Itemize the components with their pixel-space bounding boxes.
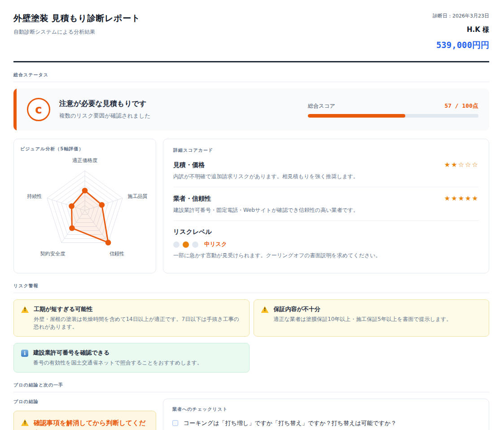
score-label: 総合スコア (308, 102, 335, 110)
svg-text:適正価格度: 適正価格度 (72, 158, 98, 163)
score-item-title: 見積・価格 (173, 161, 205, 169)
star-rating: ★★★★★ (444, 194, 479, 202)
page-subtitle: 自動診断システムによる分析結果 (13, 28, 140, 36)
report-header: 外壁塗装 見積もり診断レポート 自動診断システムによる分析結果 診断日：2026… (13, 13, 489, 51)
svg-text:施工品質: 施工品質 (127, 193, 148, 199)
warning-icon (21, 419, 29, 426)
risk-level-desc: 一部に急かす言動が見受けられます。クーリングオフの書面説明を求めてください。 (173, 252, 479, 259)
score-item-title: 業者・信頼性 (173, 195, 211, 203)
alert-license: i 建設業許可番号を確認できる 番号の有効性を国土交通省ネットで照合することをお… (13, 343, 250, 373)
alert-schedule: 工期が短すぎる可能性 外壁・屋根の塗装は乾燥時間を含めて14日以上が適正です。7… (13, 299, 250, 337)
status-subtitle: 複数のリスク要因が確認されました (59, 112, 150, 120)
report-page: 外壁塗装 見積もり診断レポート 自動診断システムによる分析結果 診断日：2026… (0, 0, 504, 430)
svg-text:契約安全度: 契約安全度 (40, 251, 66, 257)
analysis-grid: ビジュアル分析（5軸評価） 適正価格度施工品質信頼性契約安全度持続性 詳細スコア… (13, 139, 489, 273)
header-left: 外壁塗装 見積もり診断レポート 自動診断システムによる分析結果 (13, 13, 140, 36)
status-text: 注意が必要な見積もりです 複数のリスク要因が確認されました (59, 99, 150, 120)
alert-desc: 番号の有効性を国土交通省ネットで照合することをおすすめします。 (33, 359, 202, 367)
conclusion-title: 確認事項を解消してから判断してください (34, 418, 149, 430)
score-item-contractor: 業者・信頼性 ★★★★★ 建設業許可番号・固定電話・Webサイトが確認でき信頼性… (173, 187, 479, 221)
section-label-alerts: リスク警報 (13, 283, 489, 293)
score-progress-track (308, 114, 478, 118)
info-icon: i (21, 350, 28, 357)
conclusion-grid: プロの結論 確認事項を解消してから判断してください 気になる点はあるものの確認次… (13, 399, 489, 430)
status-accent-bar (13, 88, 17, 131)
status-title: 注意が必要な見積もりです (59, 99, 150, 109)
grade-badge: C (27, 98, 50, 121)
risk-level-title: リスクレベル (173, 228, 479, 236)
page-title: 外壁塗装 見積もり診断レポート (13, 13, 140, 24)
alert-title: 建設業許可番号を確認できる (33, 349, 202, 357)
risk-level-label: 中リスク (204, 241, 227, 248)
alert-title: 工期が短すぎる可能性 (34, 305, 242, 313)
header-divider (13, 61, 489, 62)
alert-warranty: 保証内容が不十分 適正な業者は塗膜保証10年以上・施工保証5年以上を書面で提示し… (254, 299, 490, 337)
checklist-item-text: コーキングは「打ち増し」ですか「打ち替え」ですか？打ち替えは可能ですか？ (184, 419, 396, 427)
risk-dot-mid (183, 241, 189, 248)
warning-icon (21, 306, 29, 313)
alert-desc: 外壁・屋根の塗装は乾燥時間を含めて14日以上が適正です。7日以下は手抜き工事の恐… (34, 316, 242, 331)
radar-chart: 適正価格度施工品質信頼性契約安全度持続性 (20, 153, 149, 262)
score-row: 総合スコア 57 / 100点 (308, 102, 478, 110)
score-progress-fill (308, 114, 405, 118)
risk-dot-low (173, 241, 180, 248)
header-right: 診断日：2026年3月23日 H.K 様 539,000円円 (433, 13, 489, 51)
svg-text:持続性: 持続性 (26, 193, 42, 199)
risk-level-item: リスクレベル 中リスク 一部に急かす言動が見受けられます。クーリングオフの書面説… (173, 221, 479, 266)
alerts-grid: 工期が短すぎる可能性 外壁・屋根の塗装は乾燥時間を含めて14日以上が適正です。7… (13, 299, 489, 373)
diagnosis-date: 診断日：2026年3月23日 (433, 13, 489, 19)
risk-level-dots: 中リスク (173, 241, 479, 248)
score-card: 詳細スコアカード 見積・価格 ★★☆☆☆ 内訳が不明確で追加請求リスクがあります… (163, 139, 489, 273)
status-banner: C 注意が必要な見積もりです 複数のリスク要因が確認されました 総合スコア 57… (13, 88, 489, 131)
checklist-item[interactable]: コーキングは「打ち増し」ですか「打ち替え」ですか？打ち替えは可能ですか？ (172, 412, 480, 430)
svg-text:信頼性: 信頼性 (110, 251, 125, 257)
conclusion-sub-label: プロの結論 (13, 399, 156, 405)
conclusion-card: 確認事項を解消してから判断してください 気になる点はあるものの確認次第で判断でき… (13, 411, 156, 430)
score-value: 57 / 100点 (444, 102, 478, 110)
score-card-label: 詳細スコアカード (173, 147, 479, 154)
risk-dot-high (192, 241, 198, 248)
warning-icon (261, 306, 269, 313)
radar-chart-card: ビジュアル分析（5軸評価） 適正価格度施工品質信頼性契約安全度持続性 (13, 139, 156, 273)
checklist-card: 業者へのチェックリスト コーキングは「打ち増し」ですか「打ち替え」ですか？打ち替… (163, 399, 489, 430)
conclusion-column: プロの結論 確認事項を解消してから判断してください 気になる点はあるものの確認次… (13, 399, 156, 430)
star-rating: ★★☆☆☆ (444, 161, 479, 169)
total-score-block: 総合スコア 57 / 100点 (308, 102, 478, 118)
score-item-desc: 建設業許可番号・固定電話・Webサイトが確認でき信頼性の高い業者です。 (173, 206, 479, 214)
section-label-status: 総合ステータス (13, 72, 489, 82)
score-item-desc: 内訳が不明確で追加請求リスクがあります。相見積もりを強く推奨します。 (173, 173, 479, 180)
radar-card-label: ビジュアル分析（5軸評価） (20, 146, 149, 152)
quote-price: 539,000円円 (433, 39, 489, 51)
alert-desc: 適正な業者は塗膜保証10年以上・施工保証5年以上を書面で提示します。 (274, 316, 452, 323)
customer-name: H.K 様 (433, 26, 489, 34)
alert-title: 保証内容が不十分 (274, 305, 452, 313)
section-label-conclusion: プロの結論と次の一手 (13, 382, 489, 392)
checkbox[interactable] (172, 420, 178, 426)
radar-chart-wrap: 適正価格度施工品質信頼性契約安全度持続性 (20, 153, 149, 262)
checklist-label: 業者へのチェックリスト (172, 406, 480, 412)
score-item-price: 見積・価格 ★★☆☆☆ 内訳が不明確で追加請求リスクがあります。相見積もりを強く… (173, 154, 479, 187)
